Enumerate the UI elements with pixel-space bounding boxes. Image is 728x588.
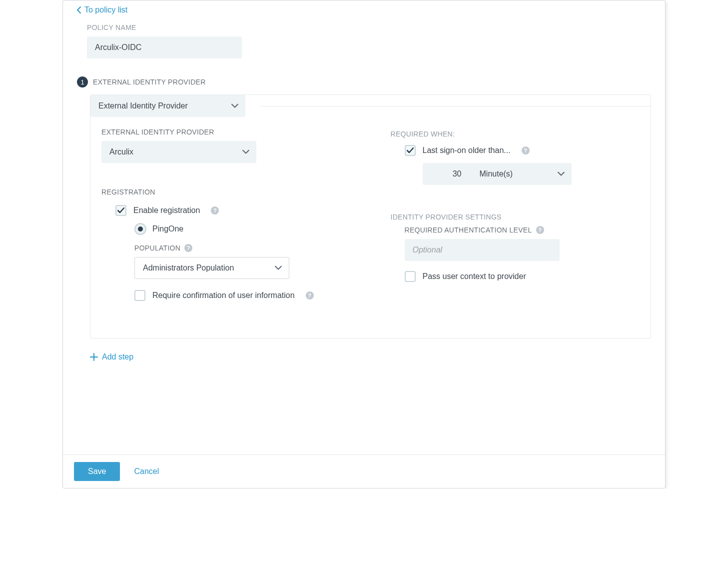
duration-unit-value: Minute(s) — [480, 170, 513, 178]
help-icon[interactable]: ? — [211, 206, 219, 214]
plus-icon — [90, 353, 98, 361]
pass-user-context-checkbox[interactable] — [405, 271, 416, 282]
enable-registration-checkbox[interactable] — [115, 205, 126, 216]
duration-value-input[interactable] — [423, 163, 472, 185]
policy-name-label: POLICY NAME — [87, 24, 651, 32]
cancel-button[interactable]: Cancel — [134, 467, 159, 476]
back-link-label: To policy list — [84, 6, 127, 14]
registration-heading: REGISTRATION — [101, 188, 351, 196]
chevron-down-icon — [275, 266, 282, 270]
population-value: Administrators Population — [143, 264, 234, 272]
step-type-select[interactable]: External Identity Provider — [90, 95, 245, 117]
check-icon — [407, 148, 414, 154]
step-1-title: EXTERNAL IDENTITY PROVIDER — [93, 78, 206, 86]
enable-registration-label: Enable registration — [133, 206, 200, 215]
step-left-column: EXTERNAL IDENTITY PROVIDER Arculix REGIS… — [101, 128, 351, 314]
external-idp-select[interactable]: Arculix — [101, 141, 256, 163]
pingone-radio[interactable] — [134, 223, 146, 235]
help-icon[interactable]: ? — [306, 292, 314, 300]
help-icon[interactable]: ? — [536, 226, 544, 234]
last-signon-checkbox[interactable] — [405, 145, 416, 156]
pass-user-context-label: Pass user context to provider — [423, 272, 526, 281]
auth-level-input[interactable] — [405, 239, 560, 261]
step-1-content: External Identity Provider EXTERNAL IDEN… — [90, 94, 651, 338]
check-icon — [117, 208, 124, 214]
step-right-column: REQUIRED WHEN: Last sign-on older than..… — [391, 128, 640, 314]
pingone-radio-label: PingOne — [152, 224, 183, 234]
add-step-button[interactable]: Add step — [90, 352, 133, 362]
step-divider — [260, 106, 651, 106]
require-confirmation-checkbox[interactable] — [134, 290, 145, 301]
auth-level-label: REQUIRED AUTHENTICATION LEVEL — [405, 226, 532, 234]
chevron-left-icon — [77, 6, 81, 14]
external-idp-value: Arculix — [109, 148, 133, 156]
chevron-down-icon — [231, 104, 238, 108]
save-button[interactable]: Save — [74, 462, 120, 481]
back-to-policy-list-link[interactable]: To policy list — [77, 6, 127, 14]
step-type-value: External Identity Provider — [98, 102, 188, 110]
step-number-badge: 1 — [77, 76, 88, 88]
policy-edit-panel: To policy list POLICY NAME 1 EXTERNAL ID… — [62, 0, 666, 488]
help-icon[interactable]: ? — [522, 146, 530, 154]
chevron-down-icon — [558, 172, 565, 176]
panel-body: To policy list POLICY NAME 1 EXTERNAL ID… — [63, 0, 665, 454]
policy-name-input[interactable] — [87, 36, 242, 58]
require-confirmation-label: Require confirmation of user information — [152, 291, 295, 300]
idp-settings-heading: IDENTITY PROVIDER SETTINGS — [391, 213, 640, 221]
required-when-label: REQUIRED WHEN: — [391, 130, 640, 138]
help-icon[interactable]: ? — [184, 244, 192, 252]
population-label: POPULATION — [134, 244, 180, 252]
duration-unit-select[interactable]: Minute(s) — [472, 163, 572, 185]
chevron-down-icon — [242, 150, 249, 154]
last-signon-label: Last sign-on older than... — [423, 146, 511, 155]
panel-footer: Save Cancel — [63, 454, 665, 488]
population-select[interactable]: Administrators Population — [134, 257, 289, 279]
external-idp-label: EXTERNAL IDENTITY PROVIDER — [101, 128, 351, 136]
add-step-label: Add step — [102, 352, 133, 362]
step-1-header: 1 EXTERNAL IDENTITY PROVIDER — [77, 76, 651, 88]
